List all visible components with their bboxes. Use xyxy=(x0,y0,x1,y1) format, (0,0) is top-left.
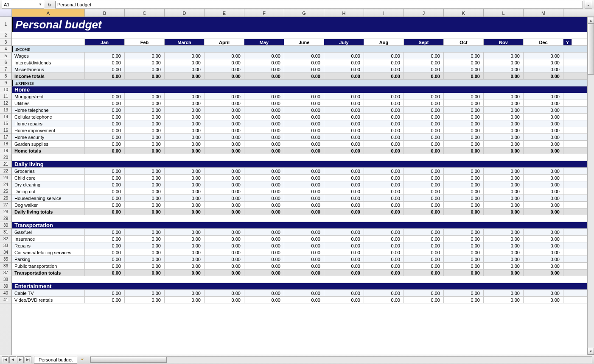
row-label[interactable]: Entertainment xyxy=(12,283,594,289)
cell[interactable]: 0.00 xyxy=(324,202,364,208)
column-header-f[interactable]: F xyxy=(244,9,284,17)
cell[interactable]: 0.00 xyxy=(444,263,484,269)
cell[interactable]: 0.00 xyxy=(324,297,364,303)
row-header-35[interactable]: 35 xyxy=(0,256,11,263)
cell[interactable]: 0.00 xyxy=(165,141,205,147)
cell[interactable]: 0.00 xyxy=(205,73,244,79)
cell[interactable]: 0.00 xyxy=(524,120,563,127)
cell[interactable]: 0.00 xyxy=(165,147,205,154)
row-header-1[interactable]: 1 xyxy=(0,17,11,32)
cell[interactable]: 0.00 xyxy=(364,120,404,127)
cell[interactable]: 0.00 xyxy=(205,59,244,66)
cell[interactable]: 0.00 xyxy=(444,168,484,174)
cell[interactable]: 0.00 xyxy=(444,141,484,147)
row-label[interactable]: Groceries xyxy=(12,168,85,174)
cell[interactable]: 0.00 xyxy=(484,134,524,140)
cell[interactable]: 0.00 xyxy=(85,236,125,242)
cell[interactable]: 0.00 xyxy=(324,147,364,154)
cell[interactable]: 0.00 xyxy=(284,249,324,256)
row-header-11[interactable]: 11 xyxy=(0,93,11,100)
row-label[interactable]: Expenses xyxy=(13,80,594,86)
cell[interactable]: 0.00 xyxy=(404,297,444,303)
cell[interactable]: 0.00 xyxy=(165,263,205,269)
row-header-34[interactable]: 34 xyxy=(0,249,11,256)
cell[interactable]: 0.00 xyxy=(205,256,244,262)
formula-expand-button[interactable]: ⌄ xyxy=(585,1,592,8)
cell[interactable]: 0.00 xyxy=(125,181,165,188)
cell[interactable]: 0.00 xyxy=(524,256,563,262)
cell[interactable]: 0.00 xyxy=(364,73,404,79)
cell[interactable]: 0.00 xyxy=(324,188,364,195)
cell[interactable]: 0.00 xyxy=(284,73,324,79)
row-header-12[interactable]: 12 xyxy=(0,100,11,107)
vscroll-track[interactable] xyxy=(588,24,594,348)
cell[interactable]: 0.00 xyxy=(404,175,444,181)
cell[interactable]: 0.00 xyxy=(244,242,284,249)
month-header-feb[interactable]: Feb xyxy=(125,39,165,45)
row-header-13[interactable]: 13 xyxy=(0,107,11,114)
name-box-dropdown-icon[interactable]: ▼ xyxy=(39,3,42,6)
row-header-39[interactable]: 39 xyxy=(0,283,11,290)
cell[interactable]: 0.00 xyxy=(444,181,484,188)
column-header-g[interactable]: G xyxy=(284,9,324,17)
cell[interactable]: 0.00 xyxy=(85,229,125,235)
row-header-32[interactable]: 32 xyxy=(0,236,11,242)
cell[interactable]: 0.00 xyxy=(165,107,205,113)
section-header[interactable]: Expenses xyxy=(12,80,594,86)
cell[interactable]: 0.00 xyxy=(444,66,484,72)
cell[interactable]: 0.00 xyxy=(404,249,444,256)
cell[interactable]: 0.00 xyxy=(85,195,125,201)
cell[interactable]: 0.00 xyxy=(364,100,404,106)
cell[interactable]: 0.00 xyxy=(244,66,284,72)
cell[interactable]: 0.00 xyxy=(404,188,444,195)
cell[interactable]: 0.00 xyxy=(364,127,404,133)
cell[interactable]: 0.00 xyxy=(484,147,524,154)
cell[interactable]: 0.00 xyxy=(484,53,524,59)
cell[interactable]: 0.00 xyxy=(85,141,125,147)
cell[interactable]: 0.00 xyxy=(324,141,364,147)
cell[interactable]: 0.00 xyxy=(444,208,484,215)
cell[interactable]: 0.00 xyxy=(324,229,364,235)
cell[interactable]: 0.00 xyxy=(404,59,444,66)
month-header-march[interactable]: March xyxy=(165,39,205,45)
cell[interactable]: 0.00 xyxy=(284,270,324,276)
cell[interactable]: 0.00 xyxy=(324,270,364,276)
cell[interactable]: 0.00 xyxy=(404,107,444,113)
row-header-4[interactable]: 4 xyxy=(0,46,11,53)
cell[interactable]: 0.00 xyxy=(444,256,484,262)
scroll-down-icon[interactable]: ▼ xyxy=(588,348,594,355)
cell[interactable]: 0.00 xyxy=(524,188,563,195)
cell[interactable]: 0.00 xyxy=(524,53,563,59)
cell[interactable]: 0.00 xyxy=(324,66,364,72)
cell[interactable]: 0.00 xyxy=(165,114,205,120)
cell[interactable]: 0.00 xyxy=(444,59,484,66)
cell[interactable]: 0.00 xyxy=(165,59,205,66)
cell[interactable]: 0.00 xyxy=(444,270,484,276)
cell[interactable]: 0.00 xyxy=(484,120,524,127)
cell[interactable]: 0.00 xyxy=(364,263,404,269)
cell[interactable]: 0.00 xyxy=(205,53,244,59)
cell[interactable]: 0.00 xyxy=(324,175,364,181)
category-header[interactable]: Entertainment xyxy=(12,283,594,290)
cell[interactable]: 0.00 xyxy=(444,134,484,140)
cell[interactable]: 0.00 xyxy=(444,188,484,195)
row-label[interactable]: Child care xyxy=(12,175,85,181)
cell[interactable]: 0.00 xyxy=(484,263,524,269)
cell[interactable]: 0.00 xyxy=(444,147,484,154)
cell[interactable]: 0.00 xyxy=(125,208,165,215)
cell[interactable]: 0.00 xyxy=(244,168,284,174)
cell[interactable]: 0.00 xyxy=(524,100,563,106)
year-header[interactable]: Y xyxy=(563,39,572,45)
cell[interactable]: 0.00 xyxy=(444,236,484,242)
cell[interactable]: 0.00 xyxy=(324,107,364,113)
cell[interactable]: 0.00 xyxy=(125,53,165,59)
cell[interactable]: 0.00 xyxy=(244,208,284,215)
cell[interactable]: 0.00 xyxy=(484,270,524,276)
cell[interactable]: 0.00 xyxy=(205,263,244,269)
row-label[interactable]: Parking xyxy=(12,256,85,262)
cell[interactable]: 0.00 xyxy=(524,168,563,174)
row-header-27[interactable]: 27 xyxy=(0,202,11,208)
cell[interactable]: 0.00 xyxy=(85,53,125,59)
cell[interactable]: 0.00 xyxy=(125,93,165,100)
cell[interactable]: 0.00 xyxy=(125,188,165,195)
